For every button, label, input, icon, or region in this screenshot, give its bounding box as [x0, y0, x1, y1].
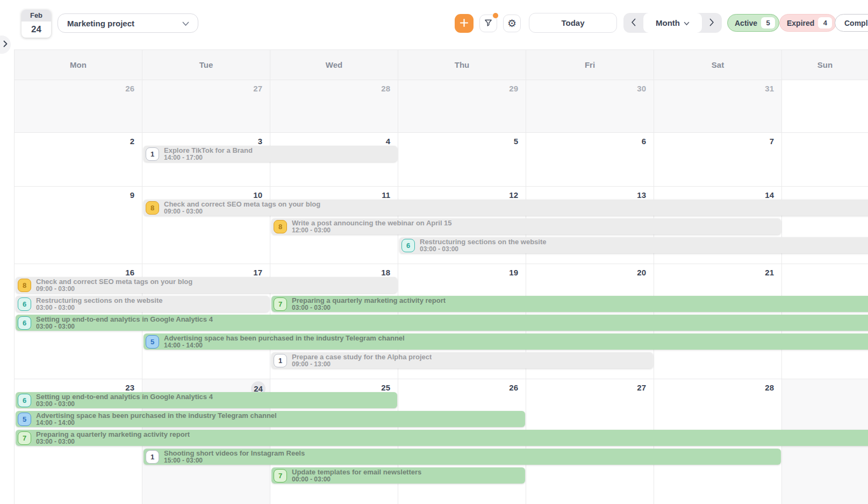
calendar-month-view: MonTueWedThuFriSatSun2627282930312345671…	[0, 49, 868, 504]
chevron-down-icon	[182, 19, 189, 28]
day-cell[interactable]: 10	[142, 187, 270, 264]
day-number: 6	[642, 137, 646, 146]
event-text: Update templates for email newsletters00…	[292, 468, 421, 483]
event-count-badge: 7	[274, 297, 287, 311]
day-cell[interactable]	[782, 80, 868, 133]
event-text: Prepare a case study for the Alpha proje…	[292, 353, 432, 368]
day-cell[interactable]	[782, 133, 868, 187]
event-title: Shooting short videos for Instagram Reel…	[164, 449, 305, 457]
event-bar[interactable]: 6Restructuring sections on the website03…	[16, 296, 269, 312]
event-count-badge: 5	[18, 413, 31, 426]
day-number: 26	[125, 84, 134, 93]
day-cell[interactable]: 26	[15, 80, 142, 133]
event-time: 09:00 - 03:00	[36, 286, 192, 293]
day-number: 13	[637, 190, 646, 200]
today-button[interactable]: Today	[529, 13, 617, 33]
event-bar[interactable]: 1Prepare a case study for the Alpha proj…	[271, 352, 653, 368]
event-bar[interactable]: 7Preparing a quarterly marketing activit…	[16, 430, 868, 446]
event-text: Restructuring sections on the website03:…	[36, 296, 163, 311]
event-time: 14:00 - 17:00	[164, 154, 253, 161]
chevron-down-icon	[684, 18, 690, 27]
week-row: 910111213148Check and correct SEO meta t…	[15, 187, 868, 264]
event-text: Shooting short videos for Instagram Reel…	[164, 449, 305, 464]
project-select-value: Marketing project	[67, 19, 134, 28]
prev-period-button[interactable]	[623, 13, 643, 33]
day-cell[interactable]: 30	[526, 80, 654, 133]
filter-chip-expired[interactable]: Expired 4	[779, 14, 836, 32]
event-bar[interactable]: 5Advertising space has been purchased in…	[16, 411, 525, 427]
week-row: 1617181920218Check and correct SEO meta …	[15, 264, 868, 379]
day-number: 19	[509, 268, 518, 277]
day-number: 7	[770, 137, 774, 146]
day-cell[interactable]: 31	[654, 80, 782, 133]
day-header-tue: Tue	[142, 50, 270, 80]
settings-button[interactable]: ⚙	[503, 15, 521, 32]
event-text: Restructuring sections on the website03:…	[420, 238, 547, 253]
event-title: Preparing a quarterly marketing activity…	[292, 296, 446, 304]
day-number: 2	[130, 137, 134, 146]
day-header-thu: Thu	[398, 50, 526, 80]
chip-count-badge: 4	[818, 17, 832, 29]
event-bar[interactable]: 8Check and correct SEO meta tags on your…	[144, 200, 868, 216]
day-cell[interactable]: 5	[398, 133, 526, 187]
day-cell[interactable]: 2	[15, 133, 142, 187]
day-cell[interactable]: 6	[526, 133, 654, 187]
event-bar[interactable]: 6Setting up end-to-end analytics in Goog…	[16, 315, 868, 331]
event-bar[interactable]: 7Update templates for email newsletters0…	[271, 467, 525, 484]
day-cell[interactable]: 28	[270, 80, 398, 133]
add-event-button[interactable]	[455, 14, 474, 33]
event-count-badge: 1	[146, 147, 159, 161]
event-text: Advertising space has been purchased in …	[36, 411, 277, 427]
event-title: Restructuring sections on the website	[36, 296, 163, 304]
day-number: 28	[765, 383, 774, 392]
event-count-badge: 6	[18, 394, 31, 407]
event-title: Check and correct SEO meta tags on your …	[164, 200, 320, 208]
day-cell[interactable]: 29	[398, 80, 526, 133]
event-count-badge: 6	[401, 239, 415, 252]
day-number: 9	[130, 190, 134, 200]
event-bar[interactable]: 1Shooting short videos for Instagram Ree…	[144, 449, 781, 465]
event-text: Preparing a quarterly marketing activity…	[36, 430, 190, 445]
filter-button[interactable]	[479, 15, 497, 32]
day-cell[interactable]: 27	[142, 80, 270, 133]
chip-count-badge: 5	[761, 17, 775, 29]
filter-chip-active[interactable]: Active 5	[727, 14, 779, 32]
day-number: 27	[253, 84, 262, 93]
event-bar[interactable]: 8Check and correct SEO meta tags on your…	[16, 277, 397, 293]
day-header-mon: Mon	[15, 50, 142, 80]
day-number: 30	[637, 84, 646, 93]
event-time: 09:00 - 03:00	[164, 208, 320, 215]
event-bar[interactable]: 8Write a post announcing the webinar on …	[271, 218, 781, 235]
event-time: 12:00 - 03:00	[292, 227, 452, 234]
view-select[interactable]: Month	[643, 13, 702, 33]
event-bar[interactable]: 7Preparing a quarterly marketing activit…	[271, 296, 868, 312]
event-count-badge: 7	[18, 431, 31, 445]
event-bar[interactable]: 6Restructuring sections on the website03…	[399, 237, 868, 253]
filter-active-dot	[493, 13, 498, 18]
event-text: Explore TikTok for a Brand14:00 - 17:00	[164, 146, 253, 161]
day-number: 27	[637, 383, 646, 392]
calendar-grid: MonTueWedThuFriSatSun2627282930312345671…	[14, 49, 868, 504]
event-text: Check and correct SEO meta tags on your …	[164, 200, 320, 215]
event-bar[interactable]: 1Explore TikTok for a Brand14:00 - 17:00	[144, 146, 397, 162]
next-period-button[interactable]	[702, 13, 722, 33]
project-select[interactable]: Marketing project	[58, 13, 198, 33]
week-row: 2324252627286Setting up end-to-end analy…	[15, 379, 868, 504]
event-bar[interactable]: 5Advertising space has been purchased in…	[144, 333, 868, 350]
chevron-right-icon	[3, 40, 8, 49]
event-text: Check and correct SEO meta tags on your …	[36, 278, 192, 293]
event-bar[interactable]: 6Setting up end-to-end analytics in Goog…	[16, 392, 397, 408]
day-number: 20	[637, 268, 646, 277]
day-number: 31	[765, 84, 774, 93]
day-header-fri: Fri	[526, 50, 654, 80]
date-widget: Feb 24	[21, 10, 51, 38]
event-title: Write a post announcing the webinar on A…	[292, 219, 452, 227]
filter-chip-completed[interactable]: Compl	[835, 14, 868, 32]
event-time: 09:00 - 13:00	[292, 361, 432, 368]
event-time: 03:00 - 03:00	[36, 401, 213, 408]
day-cell[interactable]: 7	[654, 133, 782, 187]
day-cell[interactable]: 9	[15, 187, 142, 264]
calendar-app: Feb 24 Marketing project ⚙ Today Month	[0, 0, 868, 504]
event-title: Restructuring sections on the website	[420, 238, 547, 246]
day-header-sat: Sat	[654, 50, 782, 80]
